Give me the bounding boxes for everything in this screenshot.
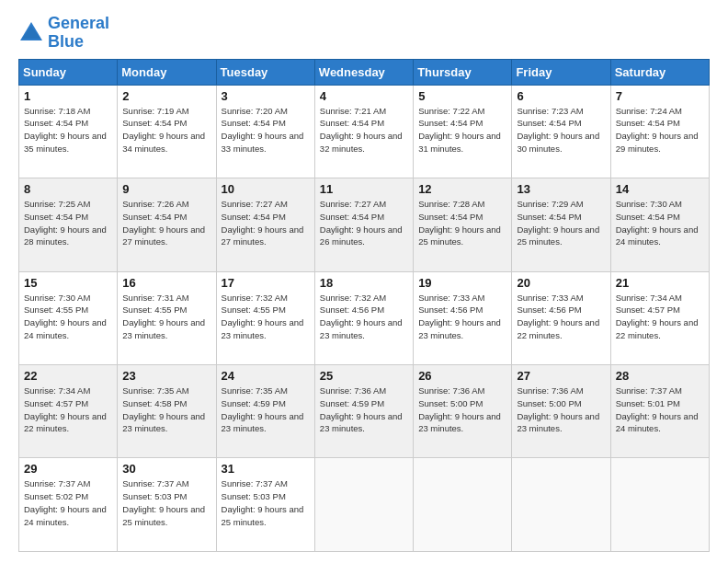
day-info: Sunrise: 7:31 AMSunset: 4:55 PMDaylight:… — [122, 292, 210, 342]
day-number: 15 — [24, 276, 112, 290]
day-info: Sunrise: 7:27 AMSunset: 4:54 PMDaylight:… — [320, 198, 408, 248]
calendar-cell: 10 Sunrise: 7:27 AMSunset: 4:54 PMDaylig… — [216, 178, 314, 271]
calendar-table: SundayMondayTuesdayWednesdayThursdayFrid… — [18, 59, 710, 552]
day-info: Sunrise: 7:37 AMSunset: 5:01 PMDaylight:… — [616, 385, 704, 435]
calendar-cell: 28 Sunrise: 7:37 AMSunset: 5:01 PMDaylig… — [610, 365, 709, 458]
day-number: 5 — [418, 89, 506, 103]
day-number: 18 — [320, 276, 408, 290]
calendar-week-row: 8 Sunrise: 7:25 AMSunset: 4:54 PMDayligh… — [19, 178, 710, 271]
day-number: 10 — [222, 182, 310, 196]
calendar-cell: 16 Sunrise: 7:31 AMSunset: 4:55 PMDaylig… — [118, 271, 216, 364]
day-number: 31 — [222, 462, 310, 476]
day-number: 26 — [418, 369, 506, 383]
calendar-cell: 21 Sunrise: 7:34 AMSunset: 4:57 PMDaylig… — [610, 271, 709, 364]
day-info: Sunrise: 7:25 AMSunset: 4:54 PMDaylight:… — [24, 198, 112, 248]
header: General Blue — [18, 15, 710, 52]
day-number: 4 — [320, 89, 408, 103]
day-number: 13 — [517, 182, 605, 196]
day-info: Sunrise: 7:20 AMSunset: 4:54 PMDaylight:… — [222, 105, 310, 155]
calendar-cell — [414, 458, 512, 552]
day-number: 24 — [222, 369, 310, 383]
logo-text: General Blue — [48, 15, 109, 52]
day-info: Sunrise: 7:32 AMSunset: 4:55 PMDaylight:… — [222, 292, 310, 342]
calendar-cell: 1 Sunrise: 7:18 AMSunset: 4:54 PMDayligh… — [19, 85, 118, 178]
day-number: 27 — [517, 369, 605, 383]
day-number: 23 — [122, 369, 210, 383]
day-number: 22 — [24, 369, 112, 383]
day-info: Sunrise: 7:34 AMSunset: 4:57 PMDaylight:… — [24, 385, 112, 435]
day-number: 3 — [222, 89, 310, 103]
day-info: Sunrise: 7:30 AMSunset: 4:55 PMDaylight:… — [24, 292, 112, 342]
day-info: Sunrise: 7:29 AMSunset: 4:54 PMDaylight:… — [517, 198, 605, 248]
calendar-cell: 6 Sunrise: 7:23 AMSunset: 4:54 PMDayligh… — [512, 85, 610, 178]
day-info: Sunrise: 7:37 AMSunset: 5:03 PMDaylight:… — [122, 477, 210, 528]
day-info: Sunrise: 7:36 AMSunset: 5:00 PMDaylight:… — [517, 385, 605, 435]
day-info: Sunrise: 7:21 AMSunset: 4:54 PMDaylight:… — [320, 105, 408, 155]
day-number: 9 — [122, 182, 210, 196]
day-number: 2 — [122, 89, 210, 103]
calendar-cell: 2 Sunrise: 7:19 AMSunset: 4:54 PMDayligh… — [118, 85, 216, 178]
day-info: Sunrise: 7:27 AMSunset: 4:54 PMDaylight:… — [222, 198, 310, 248]
calendar-cell: 15 Sunrise: 7:30 AMSunset: 4:55 PMDaylig… — [19, 271, 118, 364]
day-info: Sunrise: 7:18 AMSunset: 4:54 PMDaylight:… — [24, 105, 112, 155]
page: General Blue SundayMondayTuesdayWednesda… — [0, 0, 728, 563]
day-info: Sunrise: 7:36 AMSunset: 4:59 PMDaylight:… — [320, 385, 408, 435]
calendar-cell: 23 Sunrise: 7:35 AMSunset: 4:58 PMDaylig… — [118, 365, 216, 458]
day-info: Sunrise: 7:22 AMSunset: 4:54 PMDaylight:… — [418, 105, 506, 155]
calendar-cell: 5 Sunrise: 7:22 AMSunset: 4:54 PMDayligh… — [414, 85, 512, 178]
day-info: Sunrise: 7:37 AMSunset: 5:02 PMDaylight:… — [24, 477, 112, 528]
calendar-cell: 11 Sunrise: 7:27 AMSunset: 4:54 PMDaylig… — [314, 178, 413, 271]
calendar-cell: 14 Sunrise: 7:30 AMSunset: 4:54 PMDaylig… — [610, 178, 709, 271]
day-number: 17 — [222, 276, 310, 290]
calendar-cell: 17 Sunrise: 7:32 AMSunset: 4:55 PMDaylig… — [216, 271, 314, 364]
day-info: Sunrise: 7:30 AMSunset: 4:54 PMDaylight:… — [616, 198, 704, 248]
day-number: 28 — [616, 369, 704, 383]
day-info: Sunrise: 7:33 AMSunset: 4:56 PMDaylight:… — [418, 292, 506, 342]
svg-marker-1 — [22, 26, 40, 39]
logo-icon — [18, 20, 44, 46]
calendar-cell: 18 Sunrise: 7:32 AMSunset: 4:56 PMDaylig… — [314, 271, 413, 364]
calendar-cell: 12 Sunrise: 7:28 AMSunset: 4:54 PMDaylig… — [414, 178, 512, 271]
day-info: Sunrise: 7:26 AMSunset: 4:54 PMDaylight:… — [122, 198, 210, 248]
day-info: Sunrise: 7:28 AMSunset: 4:54 PMDaylight:… — [418, 198, 506, 248]
calendar-cell: 20 Sunrise: 7:33 AMSunset: 4:56 PMDaylig… — [512, 271, 610, 364]
day-number: 29 — [24, 462, 112, 476]
day-header-sunday: Sunday — [19, 59, 118, 85]
logo: General Blue — [18, 15, 109, 52]
day-number: 7 — [616, 89, 704, 103]
day-number: 6 — [517, 89, 605, 103]
day-header-monday: Monday — [118, 59, 216, 85]
day-number: 21 — [616, 276, 704, 290]
day-info: Sunrise: 7:34 AMSunset: 4:57 PMDaylight:… — [616, 292, 704, 342]
calendar-cell: 19 Sunrise: 7:33 AMSunset: 4:56 PMDaylig… — [414, 271, 512, 364]
calendar-cell: 9 Sunrise: 7:26 AMSunset: 4:54 PMDayligh… — [118, 178, 216, 271]
calendar-week-row: 29 Sunrise: 7:37 AMSunset: 5:02 PMDaylig… — [19, 458, 710, 552]
day-info: Sunrise: 7:24 AMSunset: 4:54 PMDaylight:… — [616, 105, 704, 155]
day-header-saturday: Saturday — [610, 59, 709, 85]
day-info: Sunrise: 7:33 AMSunset: 4:56 PMDaylight:… — [517, 292, 605, 342]
calendar-cell: 31 Sunrise: 7:37 AMSunset: 5:03 PMDaylig… — [216, 458, 314, 552]
calendar-cell: 26 Sunrise: 7:36 AMSunset: 5:00 PMDaylig… — [414, 365, 512, 458]
calendar-cell: 13 Sunrise: 7:29 AMSunset: 4:54 PMDaylig… — [512, 178, 610, 271]
calendar-cell — [314, 458, 413, 552]
day-number: 19 — [418, 276, 506, 290]
day-number: 8 — [24, 182, 112, 196]
calendar-cell — [512, 458, 610, 552]
day-header-wednesday: Wednesday — [314, 59, 413, 85]
day-info: Sunrise: 7:37 AMSunset: 5:03 PMDaylight:… — [222, 477, 310, 528]
day-header-friday: Friday — [512, 59, 610, 85]
day-info: Sunrise: 7:35 AMSunset: 4:58 PMDaylight:… — [122, 385, 210, 435]
calendar-cell: 7 Sunrise: 7:24 AMSunset: 4:54 PMDayligh… — [610, 85, 709, 178]
day-number: 16 — [122, 276, 210, 290]
day-info: Sunrise: 7:35 AMSunset: 4:59 PMDaylight:… — [222, 385, 310, 435]
day-info: Sunrise: 7:23 AMSunset: 4:54 PMDaylight:… — [517, 105, 605, 155]
day-number: 11 — [320, 182, 408, 196]
day-number: 1 — [24, 89, 112, 103]
calendar-cell: 3 Sunrise: 7:20 AMSunset: 4:54 PMDayligh… — [216, 85, 314, 178]
day-info: Sunrise: 7:36 AMSunset: 5:00 PMDaylight:… — [418, 385, 506, 435]
day-number: 25 — [320, 369, 408, 383]
day-number: 30 — [122, 462, 210, 476]
calendar-cell: 25 Sunrise: 7:36 AMSunset: 4:59 PMDaylig… — [314, 365, 413, 458]
calendar-cell — [610, 458, 709, 552]
day-header-tuesday: Tuesday — [216, 59, 314, 85]
